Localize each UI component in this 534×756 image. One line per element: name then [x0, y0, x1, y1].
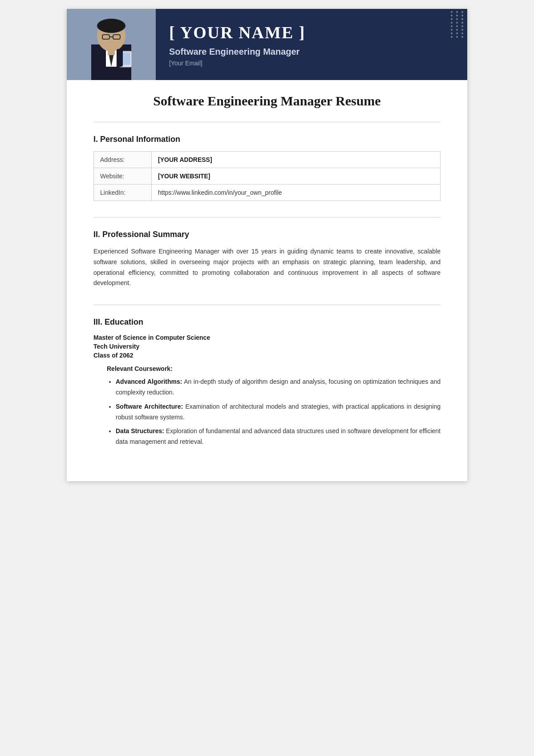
divider-2 [93, 217, 441, 217]
list-item: Software Architecture: Examination of ar… [116, 402, 441, 423]
section-heading-personal: I. Personal Information [93, 135, 441, 144]
page-title: Software Engineering Manager Resume [93, 93, 441, 109]
svg-rect-12 [117, 49, 123, 67]
course-desc-3: Exploration of fundamental and advanced … [116, 427, 441, 445]
job-title: Software Engineering Manager [169, 47, 454, 57]
value-linkedin: https://www.linkedin.com/in/your_own_pro… [152, 185, 441, 201]
coursework-heading: Relevant Coursework: [107, 365, 441, 372]
dot-pattern-decoration [451, 11, 465, 38]
label-linkedin: LinkedIn: [94, 185, 152, 201]
table-row: Website: [YOUR WEBSITE] [94, 168, 441, 185]
coursework-list: Advanced Algorithms: An in-depth study o… [107, 377, 441, 447]
table-row: LinkedIn: https://www.linkedin.com/in/yo… [94, 185, 441, 201]
coursework-section: Relevant Coursework: Advanced Algorithms… [107, 365, 441, 447]
education-class: Class of 2062 [93, 352, 441, 359]
email-display: [Your Email] [169, 60, 454, 67]
section-heading-summary: II. Professional Summary [93, 230, 441, 239]
section-personal-info: I. Personal Information Address: [YOUR A… [93, 135, 441, 201]
course-name-1: Advanced Algorithms: [116, 378, 182, 385]
svg-rect-9 [108, 50, 115, 55]
name-display: [ YOUR NAME ] [169, 23, 454, 42]
list-item: Data Structures: Exploration of fundamen… [116, 426, 441, 447]
course-name-3: Data Structures: [116, 427, 164, 434]
education-degree: Master of Science in Computer Science [93, 334, 441, 341]
resume-header: [ YOUR NAME ] Software Engineering Manag… [67, 9, 467, 80]
value-address: [YOUR ADDRESS] [152, 152, 441, 168]
resume-page: [ YOUR NAME ] Software Engineering Manag… [67, 9, 467, 481]
svg-point-5 [97, 19, 125, 33]
education-school: Tech University [93, 343, 441, 350]
divider-1 [93, 122, 441, 122]
header-info: [ YOUR NAME ] Software Engineering Manag… [156, 9, 467, 80]
list-item: Advanced Algorithms: An in-depth study o… [116, 377, 441, 398]
section-heading-education: III. Education [93, 318, 441, 327]
divider-3 [93, 305, 441, 305]
label-website: Website: [94, 168, 152, 185]
table-row: Address: [YOUR ADDRESS] [94, 152, 441, 168]
main-content: Software Engineering Manager Resume I. P… [67, 80, 467, 481]
profile-photo [67, 9, 156, 80]
section-education: III. Education Master of Science in Comp… [93, 318, 441, 447]
summary-text: Experienced Software Engineering Manager… [93, 246, 441, 289]
value-website: [YOUR WEBSITE] [152, 168, 441, 185]
label-address: Address: [94, 152, 152, 168]
course-name-2: Software Architecture: [116, 403, 183, 410]
section-professional-summary: II. Professional Summary Experienced Sof… [93, 230, 441, 289]
personal-info-table: Address: [YOUR ADDRESS] Website: [YOUR W… [93, 151, 441, 201]
